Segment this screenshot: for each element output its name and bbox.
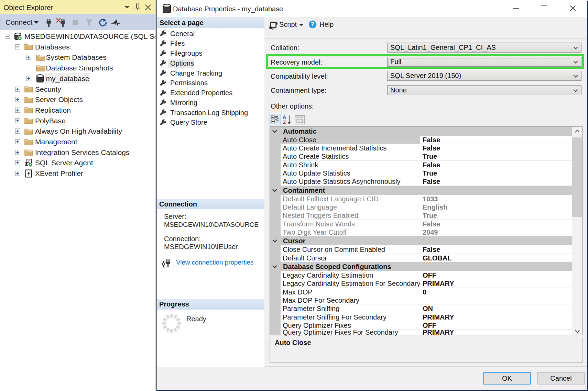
svg-text:Z: Z <box>283 119 286 125</box>
svg-text:?: ? <box>311 21 315 28</box>
